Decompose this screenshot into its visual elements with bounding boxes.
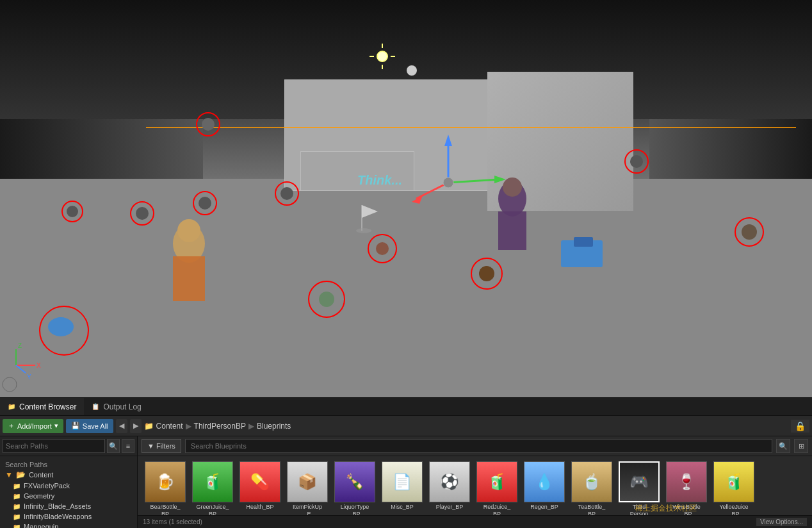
folder-tree: Search Paths ▼ 📂 Content 📁 FXVarietyPack… [0, 456, 137, 528]
folder-icon-fx: 📁 [13, 483, 20, 490]
fx-label: FXVarietyPack [24, 482, 70, 490]
tree-item-fxvarietypack[interactable]: 📁 FXVarietyPack [0, 481, 137, 491]
item-count-label: 13 items (1 selected) [143, 518, 202, 525]
asset-label-12: YelloeJuice_BP [712, 504, 756, 515]
content-browser-tab-label: Content Browser [19, 402, 76, 411]
status-bar: 13 items (1 selected) View Options... [138, 515, 812, 528]
breadcrumb-blueprints[interactable]: Blueprints [257, 422, 291, 431]
tab-bar: 📁 Content Browser 📋 Output Log [0, 398, 812, 416]
asset-thumb-4: 🍾 [334, 461, 375, 502]
asset-thumb-3: 📦 [287, 461, 328, 502]
asset-item-5[interactable]: 📄 Misc_BP [380, 461, 425, 511]
tab-content-browser[interactable]: 📁 Content Browser [0, 398, 84, 415]
tree-item-content[interactable]: ▼ 📂 Content [0, 469, 137, 481]
asset-item-3[interactable]: 📦 ItemPickUp_E [285, 461, 330, 515]
filter-bar: ▼ Filters 🔍 ⊞ [138, 436, 812, 456]
geometry-label: Geometry [24, 492, 54, 500]
filters-button[interactable]: ▼ Filters [142, 439, 181, 453]
asset-label-8: Regen_BP [523, 504, 566, 511]
asset-item-6[interactable]: ⚽ Player_BP [427, 461, 472, 511]
asset-item-9[interactable]: 🍵 TeaBottle_BP [569, 461, 614, 515]
floor [0, 179, 812, 397]
asset-item-0[interactable]: 🍺 BearBottle_BP [143, 461, 188, 515]
save-icon: 💾 [71, 422, 80, 430]
content-folder-open-icon: 📂 [16, 470, 26, 479]
content-area: 🔍 ≡ Search Paths ▼ 📂 Content 📁 FXVariety… [0, 436, 812, 528]
asset-label-6: Player_BP [428, 504, 471, 511]
asset-item-4[interactable]: 🍾 LiquorType_BP [332, 461, 377, 515]
asset-thumb-1: 🧃 [192, 461, 233, 502]
search-bar-container: 🔍 ≡ [0, 436, 137, 456]
asset-thumb-6: ⚽ [429, 461, 470, 502]
view-options-button[interactable]: View Options... [756, 518, 807, 526]
ib-weapons-label: InfinityBladeWeapons [24, 513, 92, 520]
stair-block [487, 72, 633, 211]
breadcrumb-thirdperson[interactable]: ThirdPersonBP [194, 422, 246, 431]
plus-icon: ＋ [8, 421, 15, 431]
breadcrumb-sep1: ▶ [186, 422, 191, 431]
asset-label-4: LiquorType_BP [333, 504, 377, 515]
lock-button[interactable]: 🔒 [791, 420, 809, 433]
search-paths-label: Search Paths [0, 459, 137, 469]
ib-assets-label: Infinity_Blade_Assets [24, 502, 91, 510]
output-log-icon: 📋 [92, 403, 99, 410]
asset-thumb-11: 🍷 [666, 461, 707, 502]
back-button[interactable]: ◀ [116, 419, 127, 433]
folder-icon-ib-weapons: 📁 [13, 513, 20, 520]
asset-thumb-8: 💧 [524, 461, 565, 502]
breadcrumb-sep2: ▶ [248, 422, 254, 431]
add-import-button[interactable]: ＋ Add/Import ▾ [3, 419, 63, 433]
toolbar: ＋ Add/Import ▾ 💾 Save All ◀ ▶ 📁 Content … [0, 416, 812, 436]
asset-label-1: GreenJuice_BP [191, 504, 234, 515]
content-layout-button[interactable]: ⊞ [794, 439, 808, 453]
asset-item-2[interactable]: 💊 Health_BP [238, 461, 282, 511]
left-sidebar: 🔍 ≡ Search Paths ▼ 📂 Content 📁 FXVariety… [0, 436, 138, 528]
breadcrumb-content[interactable]: Content [156, 422, 183, 431]
asset-thumb-7: 🧃 [476, 461, 517, 502]
search-paths-button[interactable]: 🔍 [107, 439, 120, 453]
content-search-input[interactable] [185, 439, 772, 453]
asset-label-0: BearBottle_BP [143, 504, 187, 515]
content-browser-icon: 📁 [8, 403, 15, 410]
asset-label-7: RedJuice_BP [475, 504, 519, 515]
tree-item-infinity-blade-assets[interactable]: 📁 Infinity_Blade_Assets [0, 501, 137, 511]
tree-item-geometry[interactable]: 📁 Geometry [0, 491, 137, 501]
search-options-button[interactable]: ≡ [122, 439, 134, 453]
asset-label-9: TeaBottle_BP [570, 504, 613, 515]
asset-item-1[interactable]: 🧃 GreenJuice_BP [190, 461, 235, 515]
mannequin-label: Mannequin [24, 523, 58, 528]
breadcrumb-folder-icon: 📁 [144, 422, 154, 431]
content-search-button[interactable]: 🔍 [776, 439, 790, 453]
tab-output-log[interactable]: 📋 Output Log [84, 398, 149, 415]
asset-thumb-2: 💊 [240, 461, 280, 502]
tree-item-infinity-blade-weapons[interactable]: 📁 InfinityBladeWeapons [0, 511, 137, 522]
chevron-icon: ▾ [54, 422, 58, 430]
asset-grid: 🍺 BearBottle_BP 🧃 GreenJuice_BP 💊 Health… [138, 456, 812, 515]
save-all-button[interactable]: 💾 Save All [66, 419, 113, 433]
right-panel: ▼ Filters 🔍 ⊞ 🍺 BearBottle_BP 🧃 GreenJui… [138, 436, 812, 528]
watermark: 稀土掘金技术社区 [635, 503, 697, 514]
save-all-label: Save All [83, 422, 108, 430]
filter-icon: ▼ [147, 442, 154, 450]
breadcrumb: 📁 Content ▶ ThirdPersonBP ▶ Blueprints [144, 422, 788, 431]
content-folder-label: Content [29, 471, 54, 479]
content-folder-icon: ▼ [5, 470, 13, 479]
asset-thumb-10: 🎮 [619, 461, 660, 502]
asset-item-7[interactable]: 🧃 RedJuice_BP [475, 461, 519, 515]
boundary-line [146, 127, 795, 128]
platform-step1 [300, 151, 414, 191]
add-import-label: Add/Import [17, 422, 52, 430]
folder-icon-mannequin: 📁 [13, 524, 20, 529]
output-log-tab-label: Output Log [103, 402, 141, 411]
search-paths-input[interactable] [3, 439, 105, 453]
filters-label: Filters [156, 442, 175, 450]
asset-thumb-5: 📄 [382, 461, 423, 502]
asset-thumb-12: 🧃 [713, 461, 754, 502]
forward-button[interactable]: ▶ [130, 419, 142, 433]
asset-item-12[interactable]: 🧃 YelloeJuice_BP [711, 461, 756, 515]
asset-label-2: Health_BP [238, 504, 282, 511]
tree-item-mannequin[interactable]: 📁 Mannequin [0, 522, 137, 528]
asset-label-5: Misc_BP [380, 504, 424, 511]
asset-item-8[interactable]: 💧 Regen_BP [522, 461, 567, 511]
folder-icon-geometry: 📁 [13, 493, 20, 500]
